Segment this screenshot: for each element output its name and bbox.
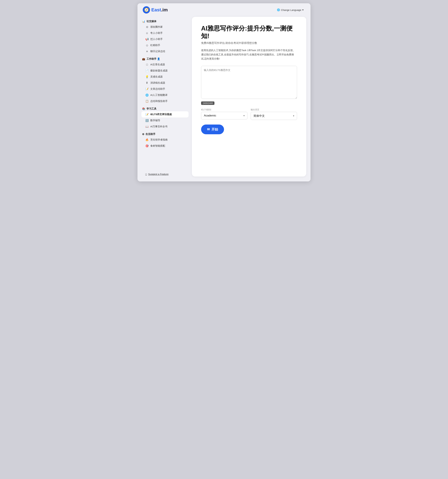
- sidebar-item-headline[interactable]: 📄 爆款标题生成器: [141, 68, 188, 74]
- ai-article-icon: □: [145, 63, 149, 66]
- speech-icon: 🎙: [145, 81, 149, 85]
- sidebar-item-cooking[interactable]: 🔥 烹饪初学者指南: [141, 137, 188, 143]
- main-layout: 📊 社交媒体 ⊙ 朋友圈作家 ☺ 夸人小助手 📢 怼人小助手 ◇ 杠精助手 ≡: [137, 15, 311, 181]
- angry-icon: 📢: [145, 38, 149, 41]
- page-description: 使用先进的人工智能技术,为你的雅思Task 1和Task 2作文提供实时打分和个…: [201, 48, 297, 61]
- ielts-level-label: IELTS级别: [201, 108, 247, 111]
- logo-text: East.im: [151, 7, 168, 13]
- sidebar-item-ai-wiki[interactable]: 📖 AI万事百科全书: [141, 124, 188, 130]
- sidebar-item-inspiration[interactable]: 💡 灵感生成器: [141, 74, 188, 80]
- suggest-feature-link[interactable]: □ Suggest a Feature: [141, 170, 188, 176]
- char-count-badge: 2400/2400: [201, 101, 214, 105]
- ielts-level-value: Academic: [204, 114, 216, 117]
- sidebar-item-chat-summary[interactable]: ≡ 聊天记录总结: [141, 48, 188, 54]
- logo-icon: 🧭: [143, 6, 150, 13]
- essay-textarea-wrapper: [201, 66, 297, 100]
- output-language-chevron: ▾: [293, 114, 294, 117]
- article-summary-icon: 📝: [145, 87, 149, 91]
- sidebar-item-math-tutor[interactable]: 🔢 数学辅导: [141, 117, 188, 124]
- sidebar-item-ielts-essay[interactable]: 📝 IELTS作文评分批改: [141, 111, 188, 117]
- change-language-button[interactable]: 🌐 Change Language ▾: [275, 7, 305, 12]
- sidebar-item-article-summary[interactable]: 📝 文章总结助手: [141, 86, 188, 92]
- sidebar-item-copywriter[interactable]: ◇ 杠精助手: [141, 42, 188, 48]
- sidebar-item-report-summary[interactable]: 📋 总结和报告助手: [141, 98, 188, 104]
- sidebar-item-food-match[interactable]: 🎯 食材智能搭配: [141, 143, 188, 149]
- section-social-media: 📊 社交媒体: [141, 20, 188, 23]
- sidebar-item-angry-bot[interactable]: 📢 怼人小助手: [141, 36, 188, 42]
- sidebar: 📊 社交媒体 ⊙ 朋友圈作家 ☺ 夸人小助手 📢 怼人小助手 ◇ 杠精助手 ≡: [139, 15, 190, 178]
- language-icon: 🌐: [277, 8, 280, 11]
- sidebar-item-ai-translate[interactable]: 🌐 AI人工智能翻译: [141, 92, 188, 98]
- life-tools-icon: ⚙: [142, 133, 144, 136]
- ielts-level-select[interactable]: Academic ▾: [201, 112, 247, 120]
- cooking-icon: 🔥: [145, 138, 149, 141]
- output-language-label: 输出语言: [251, 108, 297, 111]
- start-button[interactable]: ✉ 开始: [201, 125, 224, 134]
- compliment-icon: ☺: [145, 32, 149, 35]
- food-match-icon: 🎯: [145, 144, 149, 147]
- social-media-icon: 📊: [142, 20, 145, 23]
- output-language-value: 简体中文: [253, 114, 265, 118]
- main-content: AI雅思写作评分:提升分数,一测便知! 免费AI雅思写作评估,助你在考试中获得理…: [190, 15, 309, 178]
- section-work-tools: 💼 工作助手 👤: [141, 57, 188, 60]
- header: 🧭 East.im 🌐 Change Language ▾: [137, 3, 311, 15]
- friend-circle-icon: ⊙: [145, 25, 149, 28]
- work-tools-icon: 💼: [142, 58, 145, 60]
- change-language-label: Change Language: [281, 9, 301, 11]
- suggest-feature-icon: □: [145, 173, 147, 175]
- logo[interactable]: 🧭 East.im: [143, 6, 168, 13]
- inspiration-icon: 💡: [145, 75, 149, 78]
- ielts-essay-icon: 📝: [145, 113, 149, 116]
- output-language-select[interactable]: 简体中文 ▾: [251, 112, 297, 120]
- report-summary-icon: 📋: [145, 100, 149, 103]
- copywriter-icon: ◇: [145, 44, 149, 47]
- essay-textarea[interactable]: [201, 66, 297, 99]
- ielts-level-chevron: ▾: [243, 114, 245, 117]
- learning-tools-icon: 📚: [142, 107, 145, 110]
- headline-icon: 📄: [145, 69, 149, 72]
- sidebar-item-ai-article[interactable]: □ AI文章生成器: [141, 61, 188, 68]
- chevron-down-icon: ▾: [302, 8, 304, 11]
- start-button-icon: ✉: [207, 127, 210, 131]
- chat-summary-icon: ≡: [145, 50, 149, 53]
- section-life-tools: ⚙ 生活助手: [141, 133, 188, 136]
- main-card: AI雅思写作评分:提升分数,一测便知! 免费AI雅思写作评估,助你在考试中获得理…: [192, 17, 306, 176]
- sidebar-item-friend-circle[interactable]: ⊙ 朋友圈作家: [141, 24, 188, 30]
- section-learning-tools: 📚 学习工具: [141, 107, 188, 110]
- start-button-label: 开始: [211, 127, 218, 132]
- math-tutor-icon: 🔢: [145, 119, 149, 122]
- output-language-group: 输出语言 简体中文 ▾: [251, 108, 297, 120]
- page-subtitle: 免费AI雅思写作评估,助你在考试中获得理想分数: [201, 41, 297, 45]
- page-title: AI雅思写作评分:提升分数,一测便知!: [201, 25, 297, 40]
- sidebar-item-speech[interactable]: 🎙 演讲稿生成器: [141, 80, 188, 86]
- ai-translate-icon: 🌐: [145, 93, 149, 97]
- selects-row: IELTS级别 Academic ▾ 输出语言 简体中文 ▾: [201, 108, 297, 120]
- sidebar-item-compliment-bot[interactable]: ☺ 夸人小助手: [141, 30, 188, 36]
- ielts-level-group: IELTS级别 Academic ▾: [201, 108, 247, 120]
- ai-wiki-icon: 📖: [145, 125, 149, 128]
